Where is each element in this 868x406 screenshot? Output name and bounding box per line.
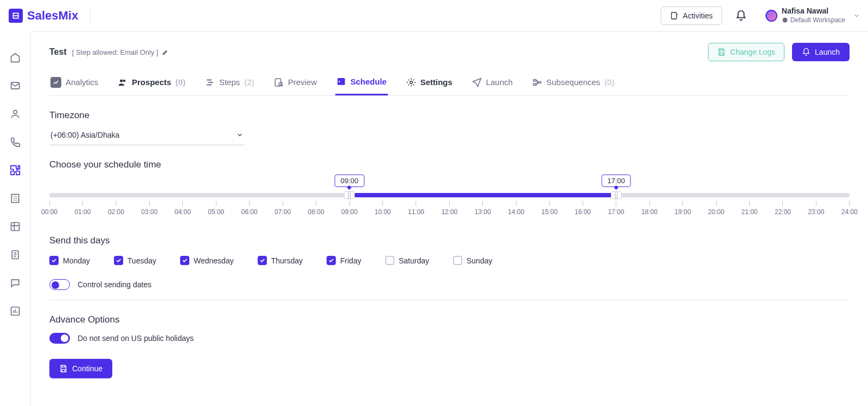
day-thursday[interactable]: Thursday: [258, 256, 303, 265]
slider-start-handle[interactable]: ||: [344, 191, 355, 199]
svg-point-8: [120, 79, 123, 82]
bell-icon: [802, 48, 810, 56]
svg-point-1: [782, 18, 787, 23]
nav-analytics[interactable]: [9, 305, 22, 318]
change-logs-button[interactable]: Change Logs: [708, 43, 784, 61]
slider-range: [349, 193, 616, 197]
tab-preview[interactable]: Preview: [273, 71, 318, 95]
day-label: Thursday: [271, 256, 303, 265]
activities-button[interactable]: Activities: [661, 7, 722, 25]
day-label: Monday: [63, 256, 90, 265]
home-icon: [10, 52, 21, 63]
grid-icon: [10, 221, 21, 232]
nav-mail[interactable]: [9, 79, 22, 92]
user-menu[interactable]: Nafisa Nawal Default Workspace: [765, 7, 860, 24]
chart-icon: [50, 77, 61, 88]
day-friday[interactable]: Friday: [327, 256, 361, 265]
nav-grid[interactable]: [9, 220, 22, 233]
mail-icon: [10, 80, 21, 91]
holidays-label: Do not send on US public holidays: [78, 334, 194, 343]
tab-subsequences[interactable]: Subsequences (0): [531, 71, 616, 95]
nav-puzzle[interactable]: [9, 164, 22, 177]
slider-ticks: 00:0001:0002:0003:0004:0005:0006:0007:00…: [49, 201, 850, 216]
tab-steps[interactable]: Steps (2): [204, 71, 256, 95]
checkbox[interactable]: [180, 256, 189, 265]
svg-rect-17: [538, 81, 541, 83]
holidays-toggle[interactable]: [49, 333, 70, 344]
checkbox[interactable]: [49, 256, 59, 265]
tab-schedule[interactable]: Schedule: [335, 71, 388, 95]
day-wednesday[interactable]: Wednesday: [180, 256, 234, 265]
time-range-slider[interactable]: 09:00||17:00|| 00:0001:0002:0003:0004:00…: [49, 193, 850, 216]
svg-point-14: [410, 81, 412, 83]
svg-rect-0: [671, 12, 676, 19]
checkbox[interactable]: [327, 256, 336, 265]
analytics-icon: [10, 306, 21, 317]
tab-analytics[interactable]: Analytics: [49, 71, 99, 95]
nav-home[interactable]: [9, 51, 22, 64]
send-icon: [472, 78, 482, 87]
company-icon: [10, 193, 21, 204]
topbar: SalesMix Activities Nafisa Nawal Default…: [0, 0, 868, 31]
send-days-label: Send this days: [49, 235, 850, 246]
edit-icon[interactable]: [162, 48, 169, 56]
continue-button[interactable]: Continue: [49, 359, 112, 378]
avatar: [765, 10, 777, 22]
days-row: MondayTuesdayWednesdayThursdayFridaySatu…: [49, 256, 850, 265]
step-allowed: [ Step allowed: Email Only ]: [72, 48, 169, 56]
timezone-value: (+06:00) Asia/Dhaka: [50, 131, 119, 139]
nav-chat[interactable]: [9, 276, 22, 289]
page-header: Test [ Step allowed: Email Only ] Change…: [49, 43, 850, 61]
holidays-row: Do not send on US public holidays: [49, 333, 850, 344]
steps-icon: [205, 78, 215, 87]
day-monday[interactable]: Monday: [49, 256, 90, 265]
control-dates-toggle[interactable]: [49, 279, 70, 290]
page-title: Test: [49, 47, 67, 57]
brand-name: SalesMix: [27, 9, 78, 23]
advance-label: Advance Options: [49, 314, 850, 325]
divider: [90, 9, 91, 23]
day-label: Wednesday: [194, 256, 234, 265]
divider: [49, 300, 850, 300]
day-sunday[interactable]: Sunday: [453, 256, 492, 265]
day-label: Tuesday: [127, 256, 156, 265]
bell-icon: [735, 10, 747, 22]
checkbox[interactable]: [258, 256, 267, 265]
checkbox[interactable]: [114, 256, 123, 265]
checkbox[interactable]: [385, 256, 394, 265]
nav-user[interactable]: [9, 107, 22, 120]
svg-rect-5: [11, 223, 20, 231]
change-logs-label: Change Logs: [730, 48, 775, 56]
notifications-button[interactable]: [731, 5, 751, 26]
timezone-select[interactable]: (+06:00) Asia/Dhaka: [49, 125, 245, 145]
day-tuesday[interactable]: Tuesday: [114, 256, 156, 265]
workspace-label: Default Workspace: [790, 16, 845, 24]
gear-icon: [406, 78, 416, 87]
tab-prospects[interactable]: Prospects (0): [117, 71, 187, 95]
svg-point-9: [123, 79, 126, 82]
activities-label: Activities: [683, 11, 713, 20]
subsequence-icon: [532, 78, 542, 87]
slider-end-handle[interactable]: ||: [611, 191, 622, 199]
brand[interactable]: SalesMix: [5, 9, 81, 23]
tab-launch[interactable]: Launch: [471, 71, 514, 95]
day-saturday[interactable]: Saturday: [385, 256, 429, 265]
nav-call[interactable]: [9, 136, 22, 149]
nav-notes[interactable]: [9, 248, 22, 261]
launch-button[interactable]: Launch: [792, 43, 850, 61]
svg-rect-15: [533, 79, 536, 81]
user-icon: [10, 108, 21, 119]
control-dates-row: Control sending dates: [49, 279, 850, 290]
day-label: Friday: [340, 256, 361, 265]
nav-company[interactable]: [9, 192, 22, 205]
save-icon: [717, 48, 726, 56]
notes-icon: [10, 249, 21, 260]
brand-logo-icon: [9, 9, 23, 23]
slider-track: 09:00||17:00||: [49, 193, 850, 197]
control-dates-label: Control sending dates: [78, 280, 151, 289]
svg-point-3: [14, 110, 17, 114]
calendar-icon: [336, 76, 346, 86]
checkbox[interactable]: [453, 256, 462, 265]
tab-settings[interactable]: Settings: [405, 71, 454, 95]
activities-icon: [670, 11, 679, 20]
